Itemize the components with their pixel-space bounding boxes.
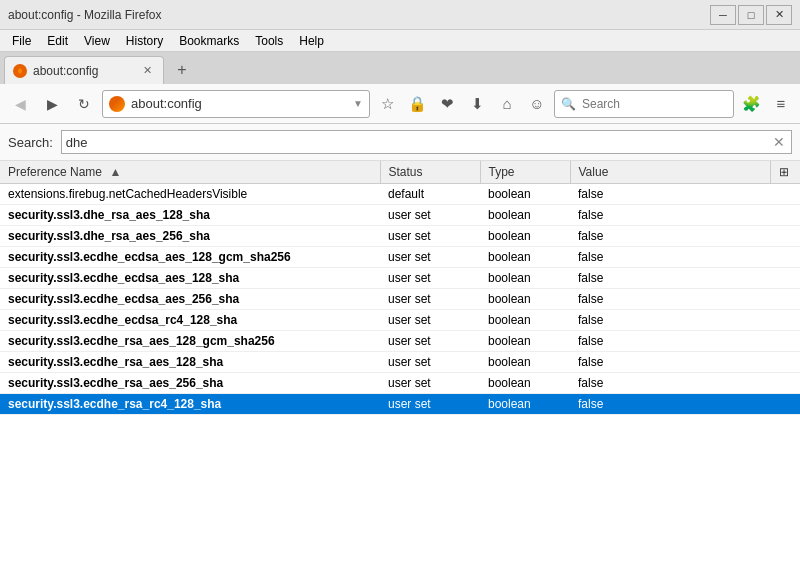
pref-actions-cell (770, 373, 800, 394)
home-button[interactable]: ⌂ (494, 91, 520, 117)
menu-view[interactable]: View (76, 30, 118, 52)
synced-tabs-button[interactable]: ☺ (524, 91, 550, 117)
pref-type-cell: boolean (480, 331, 570, 352)
title-bar-left: about:config - Mozilla Firefox (8, 8, 161, 22)
pref-type-cell: boolean (480, 310, 570, 331)
pref-status-cell: user set (380, 394, 480, 415)
title-bar: about:config - Mozilla Firefox ─ □ ✕ (0, 0, 800, 30)
tab-close-button[interactable]: ✕ (139, 63, 155, 79)
pref-status-cell: user set (380, 268, 480, 289)
close-button[interactable]: ✕ (766, 5, 792, 25)
pref-actions-cell (770, 352, 800, 373)
col-header-type[interactable]: Type (480, 161, 570, 184)
pref-actions-cell (770, 394, 800, 415)
extensions-button[interactable]: 🧩 (738, 91, 764, 117)
table-row[interactable]: security.ssl3.ecdhe_ecdsa_aes_256_shause… (0, 289, 800, 310)
pref-type-cell: boolean (480, 205, 570, 226)
pref-actions-cell (770, 289, 800, 310)
menu-button[interactable]: ≡ (768, 91, 794, 117)
forward-button[interactable]: ▶ (38, 90, 66, 118)
pref-type-cell: boolean (480, 289, 570, 310)
pref-value-cell: false (570, 268, 770, 289)
menu-history[interactable]: History (118, 30, 171, 52)
pref-status-cell: user set (380, 373, 480, 394)
col-header-value[interactable]: Value (570, 161, 770, 184)
table-row[interactable]: security.ssl3.ecdhe_rsa_rc4_128_shauser … (0, 394, 800, 415)
hamburger-icon: ≡ (777, 95, 786, 112)
nav-bar: ◀ ▶ ↻ ▼ ☆ 🔒 ❤ ⬇ ⌂ ☺ 🔍 🧩 ≡ (0, 84, 800, 124)
sync-icon: ☺ (529, 95, 544, 112)
preferences-tbody: extensions.firebug.netCachedHeadersVisib… (0, 184, 800, 415)
filter-label: Search: (8, 135, 53, 150)
pref-status-cell: user set (380, 352, 480, 373)
menu-bar: File Edit View History Bookmarks Tools H… (0, 30, 800, 52)
preferences-table: Preference Name ▲ Status Type Value (0, 161, 800, 415)
forward-icon: ▶ (47, 96, 58, 112)
pref-type-cell: boolean (480, 373, 570, 394)
back-button[interactable]: ◀ (6, 90, 34, 118)
pref-actions-cell (770, 331, 800, 352)
address-input[interactable] (131, 96, 347, 111)
pref-type-cell: boolean (480, 226, 570, 247)
pref-name-cell: security.ssl3.ecdhe_rsa_aes_128_gcm_sha2… (0, 331, 380, 352)
menu-tools[interactable]: Tools (247, 30, 291, 52)
pref-type-cell: boolean (480, 247, 570, 268)
new-tab-button[interactable]: + (168, 58, 196, 82)
pocket-icon: ❤ (441, 95, 454, 113)
table-row[interactable]: security.ssl3.ecdhe_rsa_aes_128_shauser … (0, 352, 800, 373)
pref-name-cell: security.ssl3.ecdhe_ecdsa_aes_128_sha (0, 268, 380, 289)
table-row[interactable]: extensions.firebug.netCachedHeadersVisib… (0, 184, 800, 205)
menu-help[interactable]: Help (291, 30, 332, 52)
menu-edit[interactable]: Edit (39, 30, 76, 52)
maximize-button[interactable]: □ (738, 5, 764, 25)
pref-name-cell: security.ssl3.ecdhe_rsa_aes_128_sha (0, 352, 380, 373)
filter-clear-button[interactable]: ✕ (771, 134, 787, 150)
tab-favicon (13, 64, 27, 78)
pref-type-cell: boolean (480, 352, 570, 373)
search-input[interactable] (582, 97, 732, 111)
table-row[interactable]: security.ssl3.ecdhe_rsa_aes_256_shauser … (0, 373, 800, 394)
table-row[interactable]: security.ssl3.ecdhe_ecdsa_aes_128_gcm_sh… (0, 247, 800, 268)
address-bar[interactable]: ▼ (102, 90, 370, 118)
pref-name-cell: security.ssl3.dhe_rsa_aes_128_sha (0, 205, 380, 226)
pref-actions-cell (770, 268, 800, 289)
bookmark-star-button[interactable]: ☆ (374, 91, 400, 117)
active-tab[interactable]: about:config ✕ (4, 56, 164, 84)
col-header-status[interactable]: Status (380, 161, 480, 184)
col-status-label: Status (389, 165, 423, 179)
pref-value-cell: false (570, 289, 770, 310)
reader-mode-button[interactable]: 🔒 (404, 91, 430, 117)
filter-input[interactable] (66, 135, 771, 150)
menu-file[interactable]: File (4, 30, 39, 52)
star-icon: ☆ (381, 95, 394, 113)
pref-value-cell: false (570, 373, 770, 394)
table-row[interactable]: security.ssl3.dhe_rsa_aes_128_shauser se… (0, 205, 800, 226)
menu-bookmarks[interactable]: Bookmarks (171, 30, 247, 52)
title-bar-controls: ─ □ ✕ (710, 5, 792, 25)
address-dropdown-icon[interactable]: ▼ (353, 98, 363, 109)
search-bar[interactable]: 🔍 (554, 90, 734, 118)
download-button[interactable]: ⬇ (464, 91, 490, 117)
pref-value-cell: false (570, 205, 770, 226)
table-row[interactable]: security.ssl3.dhe_rsa_aes_256_shauser se… (0, 226, 800, 247)
table-row[interactable]: security.ssl3.ecdhe_rsa_aes_128_gcm_sha2… (0, 331, 800, 352)
pref-name-cell: security.ssl3.dhe_rsa_aes_256_sha (0, 226, 380, 247)
pref-name-cell: security.ssl3.ecdhe_rsa_rc4_128_sha (0, 394, 380, 415)
table-row[interactable]: security.ssl3.ecdhe_ecdsa_aes_128_shause… (0, 268, 800, 289)
pocket-button[interactable]: ❤ (434, 91, 460, 117)
col-pref-label: Preference Name (8, 165, 102, 179)
pref-name-cell: extensions.firebug.netCachedHeadersVisib… (0, 184, 380, 205)
table-row[interactable]: security.ssl3.ecdhe_ecdsa_rc4_128_shause… (0, 310, 800, 331)
pref-type-cell: boolean (480, 184, 570, 205)
pref-status-cell: user set (380, 310, 480, 331)
minimize-button[interactable]: ─ (710, 5, 736, 25)
reload-button[interactable]: ↻ (70, 90, 98, 118)
col-header-pref[interactable]: Preference Name ▲ (0, 161, 380, 184)
extensions-icon: 🧩 (742, 95, 761, 113)
maximize-icon: □ (748, 9, 755, 21)
pref-status-cell: user set (380, 205, 480, 226)
pref-status-cell: default (380, 184, 480, 205)
main-area: Search: ✕ Preference Name ▲ Status (0, 124, 800, 561)
col-value-label: Value (579, 165, 609, 179)
pref-actions-cell (770, 310, 800, 331)
